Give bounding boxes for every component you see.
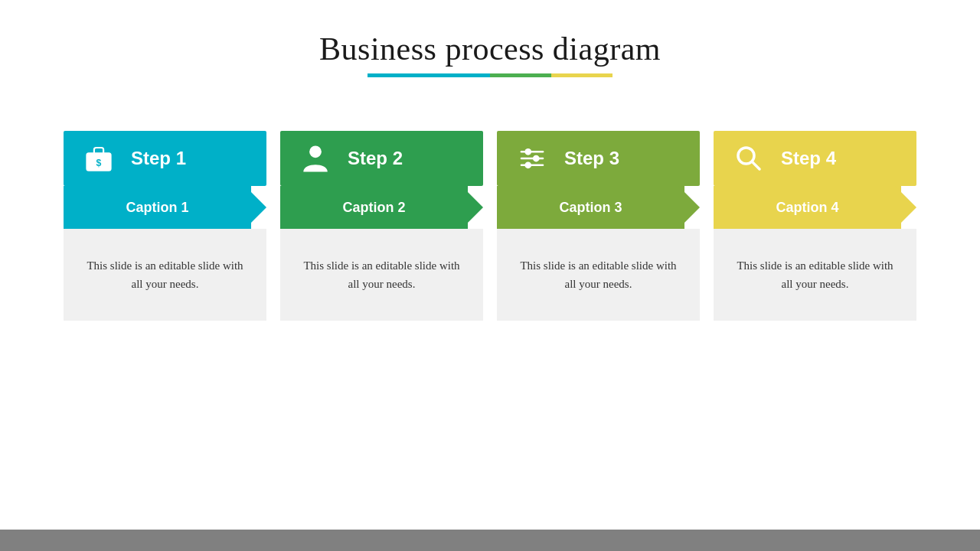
step-2-label: Step 2 [348, 148, 403, 169]
underline-teal [368, 73, 490, 77]
caption-2: Caption 2 [280, 186, 483, 229]
step-column-1: $ Step 1 Caption 1 This slide is an edit… [64, 131, 266, 321]
step-column-3: Step 3 Caption 3 This slide is an editab… [497, 131, 700, 321]
step-column-4: Step 4 Caption 4 This slide is an editab… [714, 131, 916, 321]
title-underline [319, 73, 661, 77]
desc-text-1: This slide is an editable slide with all… [80, 256, 250, 293]
svg-point-3 [309, 145, 322, 158]
caption-1-text: Caption 1 [126, 200, 204, 216]
header-section: Business process diagram [319, 31, 661, 77]
step-3-label: Step 3 [564, 148, 619, 169]
desc-text-2: This slide is an editable slide with all… [297, 256, 466, 293]
step-header-3: Step 3 [497, 131, 700, 186]
step-header-2: Step 2 [280, 131, 483, 186]
underline-green [490, 73, 551, 77]
step-column-2: Step 2 Caption 2 This slide is an editab… [280, 131, 483, 321]
slide: Business process diagram $ [0, 0, 980, 551]
desc-box-3: This slide is an editable slide with all… [497, 229, 700, 321]
step-header-4: Step 4 [714, 131, 916, 186]
page-title: Business process diagram [319, 31, 661, 67]
caption-1: Caption 1 [64, 186, 266, 229]
desc-box-2: This slide is an editable slide with all… [280, 229, 483, 321]
desc-text-3: This slide is an editable slide with all… [514, 256, 683, 293]
caption-2-text: Caption 2 [342, 200, 420, 216]
search-icon [729, 139, 769, 178]
desc-box-1: This slide is an editable slide with all… [64, 229, 266, 321]
settings-icon [512, 139, 552, 178]
steps-container: $ Step 1 Caption 1 This slide is an edit… [10, 131, 970, 321]
svg-point-7 [533, 155, 540, 162]
caption-3-text: Caption 3 [559, 200, 637, 216]
step-header-1: $ Step 1 [64, 131, 266, 186]
svg-point-9 [524, 161, 531, 168]
dollar-icon: $ [79, 139, 119, 178]
svg-text:$: $ [96, 158, 102, 168]
desc-text-4: This slide is an editable slide with all… [730, 256, 900, 293]
caption-3: Caption 3 [497, 186, 700, 229]
person-icon [296, 139, 335, 178]
desc-box-4: This slide is an editable slide with all… [714, 229, 916, 321]
svg-point-5 [524, 148, 531, 155]
step-1-label: Step 1 [131, 148, 186, 169]
svg-line-11 [752, 161, 760, 169]
underline-yellow [551, 73, 612, 77]
caption-4-text: Caption 4 [776, 200, 854, 216]
step-4-label: Step 4 [781, 148, 836, 169]
caption-4: Caption 4 [714, 186, 916, 229]
bottom-bar [0, 530, 980, 551]
